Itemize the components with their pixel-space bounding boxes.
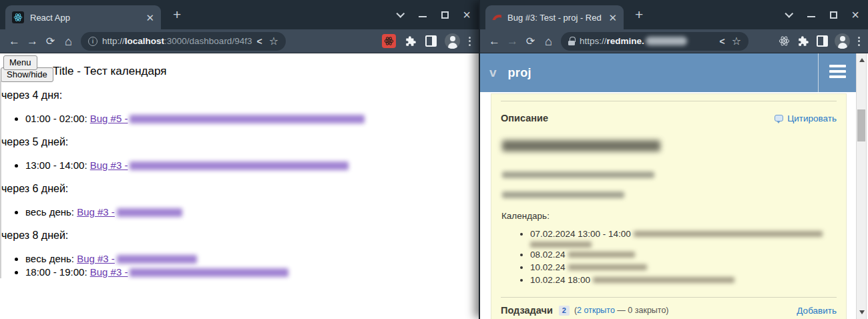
side-panel-icon[interactable] [817, 35, 828, 47]
redacted-link-text [130, 162, 349, 170]
tab-search-chevron-icon[interactable] [785, 10, 794, 19]
close-button[interactable]: × [851, 10, 860, 19]
profile-avatar[interactable] [835, 33, 850, 49]
minimize-button[interactable] [807, 10, 816, 19]
maximize-button[interactable] [440, 10, 449, 19]
url-text[interactable]: http://localhost:3000/dashboard/94f39a23… [102, 36, 252, 46]
screen: React App ✕ + × ← → ⟳ ⌂ i http://localho… [0, 0, 868, 319]
redmine-project-header: v proj [480, 53, 858, 92]
tab-title: React App [30, 13, 139, 23]
calendar-item: 10.02.24 [530, 262, 837, 273]
quote-action[interactable]: Цитировать [775, 113, 837, 123]
bookmark-star-icon[interactable]: ☆ [269, 35, 278, 47]
redmine-favicon-icon [492, 15, 501, 20]
description-heading: Описание [501, 113, 548, 123]
tab-react-app[interactable]: React App ✕ [5, 5, 161, 29]
home-icon[interactable]: ⌂ [539, 35, 558, 47]
share-icon[interactable]: < [256, 36, 262, 47]
redacted-link-text [130, 268, 288, 277]
url-text[interactable]: https://redmine. [580, 36, 644, 46]
scroll-down-icon[interactable] [859, 310, 865, 314]
redacted-link-text [117, 208, 182, 217]
secure-lock-icon[interactable] [568, 37, 575, 45]
scroll-up-icon[interactable] [859, 58, 865, 62]
right-window-controls: × [785, 0, 860, 29]
react-favicon-icon [12, 11, 24, 23]
react-devtools-extension-icon[interactable] [382, 34, 396, 48]
back-icon[interactable]: ← [485, 35, 503, 47]
address-bar[interactable]: i http://localhost:3000/dashboard/94f39a… [81, 32, 286, 51]
bug-link[interactable]: Bug #5 - [90, 113, 128, 124]
bug-link[interactable]: Bug #3 - [77, 206, 115, 218]
bug-link[interactable]: Bug #3 - [90, 160, 128, 171]
subtasks-counts: (2 открыто — 0 закрыто) [574, 306, 669, 315]
redacted-text [568, 264, 647, 270]
close-button[interactable]: × [462, 10, 471, 19]
menu-button[interactable]: Menu [3, 55, 37, 70]
right-tabstrip: Bug #3: Test - proj - Redmine ✕ + × [480, 0, 868, 29]
extensions-puzzle-icon[interactable] [797, 35, 809, 47]
extensions-puzzle-icon[interactable] [405, 35, 417, 47]
issue-description-box: Описание Цитировать Календарь: 07.02.202… [491, 93, 847, 319]
open-subtasks-link[interactable]: 2 открыто [577, 306, 615, 315]
section-heading: через 5 дней: [1, 136, 475, 148]
calendar-entry: 13:00 - 14:00: Bug #3 - [25, 160, 475, 171]
left-browser-window: React App ✕ + × ← → ⟳ ⌂ i http://localho… [0, 0, 479, 319]
tab-redmine[interactable]: Bug #3: Test - proj - Redmine ✕ [485, 5, 624, 29]
back-icon[interactable]: ← [5, 35, 23, 47]
right-toolbar: ← → ⟳ ⌂ https://redmine. < ☆ [480, 29, 868, 53]
new-tab-button[interactable]: + [635, 7, 643, 23]
redacted-link-text [117, 255, 197, 264]
section-heading: через 8 дней: [1, 230, 475, 242]
home-icon[interactable]: ⌂ [59, 35, 77, 47]
left-window-controls: × [396, 0, 471, 29]
calendar-entry: 01:00 - 02:00: Bug #5 - [25, 113, 475, 124]
section-heading: через 4 дня: [1, 89, 475, 101]
react-app-page: Menu Show/hide Title - Тест календаря че… [0, 53, 479, 319]
redacted-paragraph [502, 172, 654, 178]
tab-close-icon[interactable]: ✕ [608, 13, 617, 23]
tab-search-chevron-icon[interactable] [396, 10, 405, 19]
maximize-button[interactable] [829, 10, 838, 19]
side-panel-icon[interactable] [425, 35, 437, 47]
left-tabstrip: React App ✕ + × [0, 0, 479, 29]
redacted-text [593, 277, 734, 283]
quote-link[interactable]: Цитировать [787, 113, 837, 123]
redmine-page: v proj Описание Цитировать Календарь: [480, 53, 868, 319]
browser-menu-icon[interactable] [469, 37, 471, 46]
react-devtools-extension-icon[interactable] [779, 35, 790, 47]
tab-close-icon[interactable]: ✕ [146, 13, 154, 23]
calendar-list: 07.02.2024 13:00 - 14:00 08.02.24 10.02.… [501, 229, 837, 286]
divider [501, 101, 837, 101]
redacted-text [634, 231, 823, 237]
forward-icon[interactable]: → [23, 35, 41, 47]
hamburger-menu-icon[interactable] [829, 65, 846, 78]
calendar-item: 10.02.24 18:00 [530, 275, 837, 286]
bug-link[interactable]: Bug #3 - [90, 266, 128, 278]
forward-icon[interactable]: → [503, 35, 521, 47]
project-expand-chevron-icon[interactable]: v [489, 65, 497, 80]
redacted-url-text [646, 37, 687, 45]
reload-icon[interactable]: ⟳ [521, 36, 539, 47]
calendar-entry: 18:00 - 19:00: Bug #3 - [25, 266, 475, 278]
add-subtask-link[interactable]: Добавить [797, 306, 837, 316]
new-tab-button[interactable]: + [173, 7, 181, 23]
quote-bubble-icon [775, 115, 783, 121]
left-toolbar: ← → ⟳ ⌂ i http://localhost:3000/dashboar… [0, 29, 479, 53]
redacted-text [530, 242, 592, 248]
minimize-button[interactable] [418, 10, 427, 19]
right-browser-window: Bug #3: Test - proj - Redmine ✕ + × ← → … [479, 0, 868, 319]
scrollbar-thumb[interactable] [857, 109, 865, 141]
bookmark-star-icon[interactable]: ☆ [732, 35, 741, 47]
tab-title: Bug #3: Test - proj - Redmine [507, 13, 602, 23]
profile-avatar[interactable] [445, 33, 460, 49]
reload-icon[interactable]: ⟳ [41, 36, 59, 47]
page-info-icon[interactable]: i [88, 37, 97, 46]
scrollbar[interactable] [856, 53, 867, 319]
share-icon[interactable]: < [719, 36, 724, 47]
calendar-entry: весь день: Bug #3 - [25, 253, 475, 264]
address-bar[interactable]: https://redmine. < ☆ [561, 32, 748, 51]
browser-menu-icon[interactable] [858, 37, 860, 46]
subtasks-heading: Подзадачи [501, 305, 553, 316]
bug-link[interactable]: Bug #3 - [77, 253, 115, 264]
